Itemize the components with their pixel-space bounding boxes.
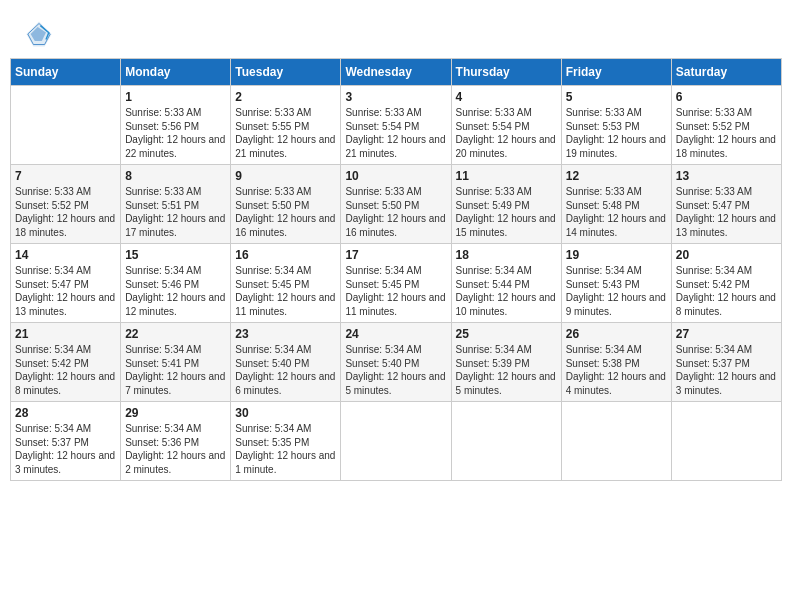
day-info: Sunrise: 5:33 AM Sunset: 5:50 PM Dayligh… <box>345 185 446 239</box>
day-info: Sunrise: 5:33 AM Sunset: 5:51 PM Dayligh… <box>125 185 226 239</box>
calendar-cell: 6Sunrise: 5:33 AM Sunset: 5:52 PM Daylig… <box>671 86 781 165</box>
calendar-cell: 1Sunrise: 5:33 AM Sunset: 5:56 PM Daylig… <box>121 86 231 165</box>
day-number: 7 <box>15 169 116 183</box>
day-number: 8 <box>125 169 226 183</box>
day-info: Sunrise: 5:33 AM Sunset: 5:54 PM Dayligh… <box>456 106 557 160</box>
calendar-header-row: SundayMondayTuesdayWednesdayThursdayFrid… <box>11 59 782 86</box>
day-number: 5 <box>566 90 667 104</box>
day-number: 22 <box>125 327 226 341</box>
calendar-cell: 14Sunrise: 5:34 AM Sunset: 5:47 PM Dayli… <box>11 244 121 323</box>
day-number: 12 <box>566 169 667 183</box>
day-info: Sunrise: 5:33 AM Sunset: 5:56 PM Dayligh… <box>125 106 226 160</box>
day-info: Sunrise: 5:34 AM Sunset: 5:42 PM Dayligh… <box>15 343 116 397</box>
day-header-thursday: Thursday <box>451 59 561 86</box>
calendar-cell: 7Sunrise: 5:33 AM Sunset: 5:52 PM Daylig… <box>11 165 121 244</box>
calendar-cell: 24Sunrise: 5:34 AM Sunset: 5:40 PM Dayli… <box>341 323 451 402</box>
day-info: Sunrise: 5:34 AM Sunset: 5:47 PM Dayligh… <box>15 264 116 318</box>
day-number: 15 <box>125 248 226 262</box>
logo-icon <box>25 20 53 48</box>
day-info: Sunrise: 5:34 AM Sunset: 5:41 PM Dayligh… <box>125 343 226 397</box>
calendar-cell: 11Sunrise: 5:33 AM Sunset: 5:49 PM Dayli… <box>451 165 561 244</box>
day-info: Sunrise: 5:34 AM Sunset: 5:46 PM Dayligh… <box>125 264 226 318</box>
calendar-cell: 2Sunrise: 5:33 AM Sunset: 5:55 PM Daylig… <box>231 86 341 165</box>
calendar-week-2: 7Sunrise: 5:33 AM Sunset: 5:52 PM Daylig… <box>11 165 782 244</box>
calendar-cell: 29Sunrise: 5:34 AM Sunset: 5:36 PM Dayli… <box>121 402 231 481</box>
calendar-cell: 21Sunrise: 5:34 AM Sunset: 5:42 PM Dayli… <box>11 323 121 402</box>
day-number: 24 <box>345 327 446 341</box>
calendar-cell: 16Sunrise: 5:34 AM Sunset: 5:45 PM Dayli… <box>231 244 341 323</box>
calendar-cell: 15Sunrise: 5:34 AM Sunset: 5:46 PM Dayli… <box>121 244 231 323</box>
day-info: Sunrise: 5:33 AM Sunset: 5:50 PM Dayligh… <box>235 185 336 239</box>
day-info: Sunrise: 5:34 AM Sunset: 5:38 PM Dayligh… <box>566 343 667 397</box>
day-info: Sunrise: 5:34 AM Sunset: 5:39 PM Dayligh… <box>456 343 557 397</box>
day-number: 27 <box>676 327 777 341</box>
logo <box>25 20 57 48</box>
day-number: 1 <box>125 90 226 104</box>
day-info: Sunrise: 5:33 AM Sunset: 5:54 PM Dayligh… <box>345 106 446 160</box>
day-info: Sunrise: 5:34 AM Sunset: 5:44 PM Dayligh… <box>456 264 557 318</box>
calendar-cell: 13Sunrise: 5:33 AM Sunset: 5:47 PM Dayli… <box>671 165 781 244</box>
day-header-tuesday: Tuesday <box>231 59 341 86</box>
day-header-monday: Monday <box>121 59 231 86</box>
day-number: 3 <box>345 90 446 104</box>
calendar-cell: 18Sunrise: 5:34 AM Sunset: 5:44 PM Dayli… <box>451 244 561 323</box>
day-info: Sunrise: 5:33 AM Sunset: 5:47 PM Dayligh… <box>676 185 777 239</box>
calendar-cell: 28Sunrise: 5:34 AM Sunset: 5:37 PM Dayli… <box>11 402 121 481</box>
day-info: Sunrise: 5:34 AM Sunset: 5:37 PM Dayligh… <box>15 422 116 476</box>
calendar-week-5: 28Sunrise: 5:34 AM Sunset: 5:37 PM Dayli… <box>11 402 782 481</box>
day-info: Sunrise: 5:33 AM Sunset: 5:49 PM Dayligh… <box>456 185 557 239</box>
calendar-cell: 23Sunrise: 5:34 AM Sunset: 5:40 PM Dayli… <box>231 323 341 402</box>
day-number: 25 <box>456 327 557 341</box>
calendar-cell: 3Sunrise: 5:33 AM Sunset: 5:54 PM Daylig… <box>341 86 451 165</box>
calendar-week-1: 1Sunrise: 5:33 AM Sunset: 5:56 PM Daylig… <box>11 86 782 165</box>
calendar-cell: 8Sunrise: 5:33 AM Sunset: 5:51 PM Daylig… <box>121 165 231 244</box>
calendar-cell <box>341 402 451 481</box>
day-number: 2 <box>235 90 336 104</box>
day-info: Sunrise: 5:34 AM Sunset: 5:42 PM Dayligh… <box>676 264 777 318</box>
day-number: 4 <box>456 90 557 104</box>
day-info: Sunrise: 5:34 AM Sunset: 5:36 PM Dayligh… <box>125 422 226 476</box>
day-header-saturday: Saturday <box>671 59 781 86</box>
day-number: 30 <box>235 406 336 420</box>
day-number: 18 <box>456 248 557 262</box>
calendar-week-3: 14Sunrise: 5:34 AM Sunset: 5:47 PM Dayli… <box>11 244 782 323</box>
calendar-cell: 10Sunrise: 5:33 AM Sunset: 5:50 PM Dayli… <box>341 165 451 244</box>
calendar-cell: 9Sunrise: 5:33 AM Sunset: 5:50 PM Daylig… <box>231 165 341 244</box>
day-number: 9 <box>235 169 336 183</box>
day-number: 21 <box>15 327 116 341</box>
calendar-cell <box>451 402 561 481</box>
calendar-cell: 20Sunrise: 5:34 AM Sunset: 5:42 PM Dayli… <box>671 244 781 323</box>
day-number: 6 <box>676 90 777 104</box>
day-info: Sunrise: 5:34 AM Sunset: 5:40 PM Dayligh… <box>345 343 446 397</box>
day-info: Sunrise: 5:34 AM Sunset: 5:45 PM Dayligh… <box>235 264 336 318</box>
calendar-cell <box>11 86 121 165</box>
day-number: 13 <box>676 169 777 183</box>
day-info: Sunrise: 5:34 AM Sunset: 5:40 PM Dayligh… <box>235 343 336 397</box>
day-number: 14 <box>15 248 116 262</box>
day-header-wednesday: Wednesday <box>341 59 451 86</box>
calendar-cell: 27Sunrise: 5:34 AM Sunset: 5:37 PM Dayli… <box>671 323 781 402</box>
day-number: 19 <box>566 248 667 262</box>
calendar-cell: 19Sunrise: 5:34 AM Sunset: 5:43 PM Dayli… <box>561 244 671 323</box>
calendar-cell: 5Sunrise: 5:33 AM Sunset: 5:53 PM Daylig… <box>561 86 671 165</box>
day-info: Sunrise: 5:34 AM Sunset: 5:45 PM Dayligh… <box>345 264 446 318</box>
day-number: 10 <box>345 169 446 183</box>
calendar-cell: 26Sunrise: 5:34 AM Sunset: 5:38 PM Dayli… <box>561 323 671 402</box>
calendar-cell: 22Sunrise: 5:34 AM Sunset: 5:41 PM Dayli… <box>121 323 231 402</box>
day-info: Sunrise: 5:34 AM Sunset: 5:43 PM Dayligh… <box>566 264 667 318</box>
day-number: 17 <box>345 248 446 262</box>
calendar-cell: 30Sunrise: 5:34 AM Sunset: 5:35 PM Dayli… <box>231 402 341 481</box>
day-number: 26 <box>566 327 667 341</box>
day-number: 11 <box>456 169 557 183</box>
calendar-table: SundayMondayTuesdayWednesdayThursdayFrid… <box>10 58 782 481</box>
calendar-cell: 25Sunrise: 5:34 AM Sunset: 5:39 PM Dayli… <box>451 323 561 402</box>
day-info: Sunrise: 5:33 AM Sunset: 5:53 PM Dayligh… <box>566 106 667 160</box>
day-info: Sunrise: 5:33 AM Sunset: 5:48 PM Dayligh… <box>566 185 667 239</box>
calendar-cell: 12Sunrise: 5:33 AM Sunset: 5:48 PM Dayli… <box>561 165 671 244</box>
day-number: 20 <box>676 248 777 262</box>
day-number: 28 <box>15 406 116 420</box>
day-header-sunday: Sunday <box>11 59 121 86</box>
page-header <box>10 10 782 53</box>
day-number: 29 <box>125 406 226 420</box>
day-info: Sunrise: 5:33 AM Sunset: 5:52 PM Dayligh… <box>676 106 777 160</box>
